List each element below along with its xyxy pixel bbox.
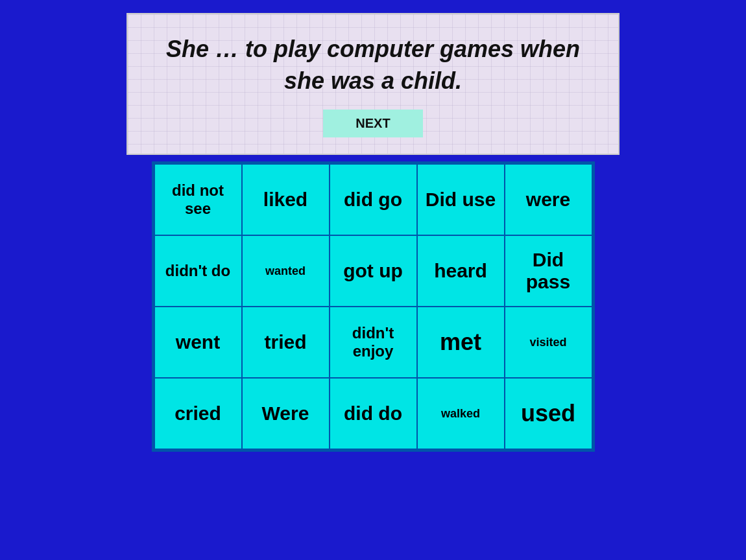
cell-1-0[interactable]: didn't do xyxy=(154,235,242,307)
cell-2-2[interactable]: didn't enjoy xyxy=(330,307,417,378)
cell-0-0[interactable]: did not see xyxy=(154,164,242,235)
word-grid: did not seelikeddid goDid useweredidn't … xyxy=(152,161,595,452)
cell-3-2[interactable]: did do xyxy=(330,378,417,449)
cell-0-3[interactable]: Did use xyxy=(417,164,505,235)
cell-2-0[interactable]: went xyxy=(154,307,242,378)
cell-1-1[interactable]: wanted xyxy=(242,235,330,307)
cell-0-1[interactable]: liked xyxy=(242,164,330,235)
cell-1-3[interactable]: heard xyxy=(417,235,505,307)
cell-2-1[interactable]: tried xyxy=(242,307,330,378)
cell-2-4[interactable]: visited xyxy=(505,307,592,378)
next-button[interactable]: NEXT xyxy=(323,110,422,137)
answer-table: did not seelikeddid goDid useweredidn't … xyxy=(154,163,593,450)
cell-1-2[interactable]: got up xyxy=(330,235,417,307)
cell-3-1[interactable]: Were xyxy=(242,378,330,449)
cell-3-4[interactable]: used xyxy=(505,378,592,449)
question-box: She … to play computer games when she wa… xyxy=(126,13,620,155)
cell-0-2[interactable]: did go xyxy=(330,164,417,235)
cell-3-0[interactable]: cried xyxy=(154,378,242,449)
cell-3-3[interactable]: walked xyxy=(417,378,505,449)
cell-1-4[interactable]: Did pass xyxy=(505,235,592,307)
question-text: She … to play computer games when she wa… xyxy=(154,34,592,97)
cell-0-4[interactable]: were xyxy=(505,164,592,235)
cell-2-3[interactable]: met xyxy=(417,307,505,378)
